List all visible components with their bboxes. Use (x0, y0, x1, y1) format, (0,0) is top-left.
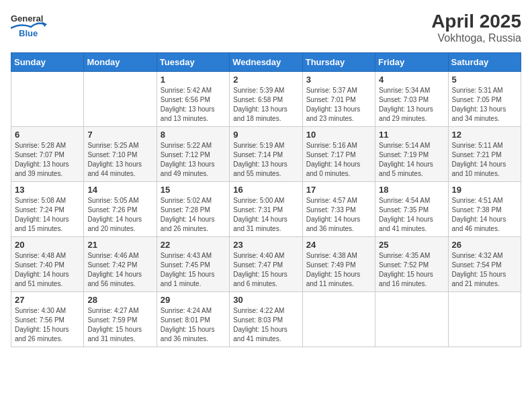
day-number: 22 (161, 240, 226, 250)
table-row: 23Sunrise: 4:40 AM Sunset: 7:47 PM Dayli… (230, 237, 302, 292)
header: General Blue April 2025 Vokhtoga, Russia (11, 11, 521, 44)
day-info: Sunrise: 4:27 AM Sunset: 7:59 PM Dayligh… (87, 306, 152, 344)
table-row: 27Sunrise: 4:30 AM Sunset: 7:56 PM Dayli… (11, 292, 84, 347)
table-row (84, 72, 157, 127)
day-number: 13 (15, 185, 80, 195)
calendar-week-row: 20Sunrise: 4:48 AM Sunset: 7:40 PM Dayli… (11, 237, 521, 292)
day-info: Sunrise: 4:51 AM Sunset: 7:38 PM Dayligh… (452, 196, 517, 234)
table-row: 11Sunrise: 5:14 AM Sunset: 7:19 PM Dayli… (375, 127, 448, 182)
day-info: Sunrise: 4:35 AM Sunset: 7:52 PM Dayligh… (379, 251, 444, 289)
day-number: 8 (161, 130, 226, 140)
day-number: 5 (452, 75, 517, 85)
table-row: 25Sunrise: 4:35 AM Sunset: 7:52 PM Dayli… (375, 237, 448, 292)
calendar-title: April 2025 (431, 11, 521, 32)
calendar-week-row: 6Sunrise: 5:28 AM Sunset: 7:07 PM Daylig… (11, 127, 521, 182)
day-info: Sunrise: 5:00 AM Sunset: 7:31 PM Dayligh… (233, 196, 298, 234)
day-number: 11 (379, 130, 444, 140)
day-info: Sunrise: 5:14 AM Sunset: 7:19 PM Dayligh… (379, 141, 444, 179)
table-row: 20Sunrise: 4:48 AM Sunset: 7:40 PM Dayli… (11, 237, 84, 292)
table-row: 16Sunrise: 5:00 AM Sunset: 7:31 PM Dayli… (230, 182, 302, 237)
day-info: Sunrise: 4:32 AM Sunset: 7:54 PM Dayligh… (452, 251, 517, 289)
day-number: 14 (87, 185, 152, 195)
table-row: 6Sunrise: 5:28 AM Sunset: 7:07 PM Daylig… (11, 127, 84, 182)
day-info: Sunrise: 5:02 AM Sunset: 7:28 PM Dayligh… (161, 196, 226, 234)
day-info: Sunrise: 5:05 AM Sunset: 7:26 PM Dayligh… (87, 196, 152, 234)
header-sunday: Sunday (11, 53, 84, 72)
day-number: 21 (87, 240, 152, 250)
table-row: 18Sunrise: 4:54 AM Sunset: 7:35 PM Dayli… (375, 182, 448, 237)
header-wednesday: Wednesday (230, 53, 302, 72)
header-monday: Monday (84, 53, 157, 72)
calendar-week-row: 13Sunrise: 5:08 AM Sunset: 7:24 PM Dayli… (11, 182, 521, 237)
table-row (448, 292, 521, 347)
table-row: 1Sunrise: 5:42 AM Sunset: 6:56 PM Daylig… (157, 72, 229, 127)
day-info: Sunrise: 5:25 AM Sunset: 7:10 PM Dayligh… (87, 141, 152, 179)
table-row (302, 292, 375, 347)
days-header-row: Sunday Monday Tuesday Wednesday Thursday… (11, 53, 521, 72)
day-number: 16 (233, 185, 298, 195)
day-number: 3 (306, 75, 371, 85)
table-row: 13Sunrise: 5:08 AM Sunset: 7:24 PM Dayli… (11, 182, 84, 237)
calendar-week-row: 27Sunrise: 4:30 AM Sunset: 7:56 PM Dayli… (11, 292, 521, 347)
day-info: Sunrise: 4:43 AM Sunset: 7:45 PM Dayligh… (161, 251, 226, 289)
day-number: 18 (379, 185, 444, 195)
day-info: Sunrise: 4:48 AM Sunset: 7:40 PM Dayligh… (15, 251, 80, 289)
day-info: Sunrise: 4:22 AM Sunset: 8:03 PM Dayligh… (233, 306, 298, 344)
day-info: Sunrise: 5:34 AM Sunset: 7:03 PM Dayligh… (379, 86, 444, 124)
title-area: April 2025 Vokhtoga, Russia (431, 11, 521, 44)
header-saturday: Saturday (448, 53, 521, 72)
day-number: 4 (379, 75, 444, 85)
table-row: 10Sunrise: 5:16 AM Sunset: 7:17 PM Dayli… (302, 127, 375, 182)
day-info: Sunrise: 5:37 AM Sunset: 7:01 PM Dayligh… (306, 86, 371, 124)
table-row: 22Sunrise: 4:43 AM Sunset: 7:45 PM Dayli… (157, 237, 229, 292)
table-row: 2Sunrise: 5:39 AM Sunset: 6:58 PM Daylig… (230, 72, 302, 127)
day-number: 6 (15, 130, 80, 140)
calendar-table: Sunday Monday Tuesday Wednesday Thursday… (11, 52, 521, 347)
table-row: 12Sunrise: 5:11 AM Sunset: 7:21 PM Dayli… (448, 127, 521, 182)
day-number: 19 (452, 185, 517, 195)
calendar-week-row: 1Sunrise: 5:42 AM Sunset: 6:56 PM Daylig… (11, 72, 521, 127)
day-info: Sunrise: 5:28 AM Sunset: 7:07 PM Dayligh… (15, 141, 80, 179)
day-info: Sunrise: 5:42 AM Sunset: 6:56 PM Dayligh… (161, 86, 226, 124)
table-row: 9Sunrise: 5:19 AM Sunset: 7:14 PM Daylig… (230, 127, 302, 182)
day-number: 27 (15, 295, 80, 305)
logo: General Blue (11, 11, 64, 38)
day-info: Sunrise: 4:46 AM Sunset: 7:42 PM Dayligh… (87, 251, 152, 289)
day-number: 26 (452, 240, 517, 250)
table-row: 17Sunrise: 4:57 AM Sunset: 7:33 PM Dayli… (302, 182, 375, 237)
day-number: 29 (161, 295, 226, 305)
table-row: 19Sunrise: 4:51 AM Sunset: 7:38 PM Dayli… (448, 182, 521, 237)
table-row: 21Sunrise: 4:46 AM Sunset: 7:42 PM Dayli… (84, 237, 157, 292)
table-row: 26Sunrise: 4:32 AM Sunset: 7:54 PM Dayli… (448, 237, 521, 292)
day-info: Sunrise: 5:11 AM Sunset: 7:21 PM Dayligh… (452, 141, 517, 179)
day-info: Sunrise: 5:08 AM Sunset: 7:24 PM Dayligh… (15, 196, 80, 234)
table-row: 7Sunrise: 5:25 AM Sunset: 7:10 PM Daylig… (84, 127, 157, 182)
day-info: Sunrise: 4:57 AM Sunset: 7:33 PM Dayligh… (306, 196, 371, 234)
day-info: Sunrise: 4:54 AM Sunset: 7:35 PM Dayligh… (379, 196, 444, 234)
table-row: 30Sunrise: 4:22 AM Sunset: 8:03 PM Dayli… (230, 292, 302, 347)
table-row: 14Sunrise: 5:05 AM Sunset: 7:26 PM Dayli… (84, 182, 157, 237)
day-number: 12 (452, 130, 517, 140)
day-number: 23 (233, 240, 298, 250)
day-info: Sunrise: 5:22 AM Sunset: 7:12 PM Dayligh… (161, 141, 226, 179)
table-row: 29Sunrise: 4:24 AM Sunset: 8:01 PM Dayli… (157, 292, 229, 347)
table-row: 5Sunrise: 5:31 AM Sunset: 7:05 PM Daylig… (448, 72, 521, 127)
table-row: 15Sunrise: 5:02 AM Sunset: 7:28 PM Dayli… (157, 182, 229, 237)
header-tuesday: Tuesday (157, 53, 229, 72)
day-number: 7 (87, 130, 152, 140)
day-number: 28 (87, 295, 152, 305)
day-number: 25 (379, 240, 444, 250)
svg-text:Blue: Blue (19, 28, 38, 38)
table-row: 8Sunrise: 5:22 AM Sunset: 7:12 PM Daylig… (157, 127, 229, 182)
day-info: Sunrise: 5:31 AM Sunset: 7:05 PM Dayligh… (452, 86, 517, 124)
calendar-subtitle: Vokhtoga, Russia (431, 32, 521, 44)
day-number: 20 (15, 240, 80, 250)
header-thursday: Thursday (302, 53, 375, 72)
day-number: 15 (161, 185, 226, 195)
day-info: Sunrise: 4:30 AM Sunset: 7:56 PM Dayligh… (15, 306, 80, 344)
table-row: 3Sunrise: 5:37 AM Sunset: 7:01 PM Daylig… (302, 72, 375, 127)
day-info: Sunrise: 5:16 AM Sunset: 7:17 PM Dayligh… (306, 141, 371, 179)
day-info: Sunrise: 4:40 AM Sunset: 7:47 PM Dayligh… (233, 251, 298, 289)
day-number: 1 (161, 75, 226, 85)
day-number: 2 (233, 75, 298, 85)
